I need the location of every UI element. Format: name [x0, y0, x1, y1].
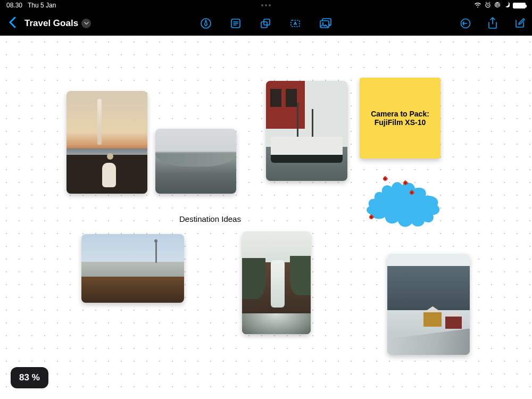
status-time: 08.30	[6, 2, 22, 9]
photo-waterfall[interactable]	[242, 231, 311, 334]
status-date: Thu 5 Jan	[28, 2, 56, 9]
title-dropdown[interactable]	[81, 19, 91, 28]
dnd-moon-icon	[504, 2, 510, 9]
photo-sunset-runner[interactable]	[66, 91, 147, 194]
text-label-destination[interactable]: Destination Ideas	[179, 214, 241, 223]
status-bar: 08.30 Thu 5 Jan	[0, 0, 532, 11]
alarm-icon	[485, 2, 491, 10]
freeform-canvas[interactable]: Camera to Pack: FujiFilm XS-10 Destinati…	[0, 36, 532, 399]
wifi-icon	[474, 2, 481, 9]
photo-harbor-boat[interactable]	[266, 81, 347, 181]
sticky-note-line2: FujiFilm XS-10	[371, 118, 429, 127]
back-button[interactable]	[6, 14, 18, 32]
multitask-dots[interactable]	[261, 4, 271, 6]
photo-city-aerial[interactable]	[155, 129, 236, 194]
svg-rect-6	[291, 20, 300, 27]
media-tool-button[interactable]	[319, 18, 332, 29]
nav-bar: Travel Goals	[0, 11, 532, 36]
photo-snowy-houses[interactable]	[387, 254, 470, 355]
zoom-level-badge[interactable]: 83 %	[11, 367, 48, 388]
map-europe-sticker[interactable]	[362, 167, 444, 234]
undo-button[interactable]	[460, 18, 471, 29]
svg-point-10	[322, 22, 324, 24]
pen-tool-button[interactable]	[200, 18, 212, 29]
document-title[interactable]: Travel Goals	[24, 18, 78, 29]
compose-button[interactable]	[514, 18, 526, 29]
note-tool-button[interactable]	[230, 18, 242, 29]
battery-icon	[513, 3, 526, 9]
orientation-lock-icon	[494, 2, 501, 10]
textbox-tool-button[interactable]	[289, 18, 301, 29]
share-button[interactable]	[487, 17, 498, 30]
sticky-note-camera[interactable]: Camera to Pack: FujiFilm XS-10	[360, 78, 440, 159]
shape-tool-button[interactable]	[260, 18, 271, 29]
photo-city-skyline[interactable]	[81, 234, 184, 303]
sticky-note-line1: Camera to Pack:	[371, 110, 429, 118]
